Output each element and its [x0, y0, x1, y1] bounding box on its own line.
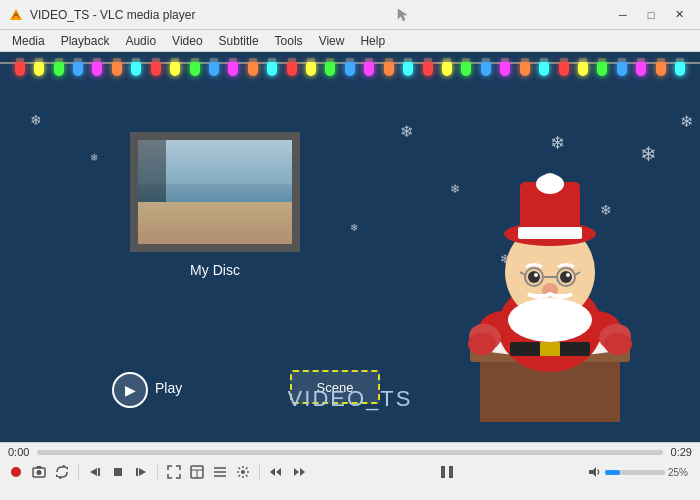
light-bulb: [442, 58, 452, 76]
window-title: VIDEO_TS - VLC media player: [30, 8, 195, 22]
play-pause-button[interactable]: [435, 460, 459, 484]
svg-marker-50: [270, 468, 275, 476]
light-bulb: [656, 58, 666, 76]
prev-button[interactable]: [85, 462, 105, 482]
light-bulb: [384, 58, 394, 76]
effects-button[interactable]: [233, 462, 253, 482]
volume-icon: [588, 465, 602, 479]
light-bulb: [481, 58, 491, 76]
progress-track[interactable]: [37, 450, 662, 455]
minimize-button[interactable]: ─: [610, 4, 636, 26]
light-bulb: [597, 58, 607, 76]
volume-slider[interactable]: [605, 470, 665, 475]
menu-item-tools[interactable]: Tools: [267, 32, 311, 50]
light-bulb: [73, 58, 83, 76]
menu-item-audio[interactable]: Audio: [117, 32, 164, 50]
snowflake: ❄: [640, 142, 657, 166]
light-bulb: [539, 58, 549, 76]
separator3: [259, 465, 260, 479]
menu-item-view[interactable]: View: [311, 32, 353, 50]
snowflake: ❄: [550, 132, 565, 154]
light-bulb: [559, 58, 569, 76]
light-bulb: [209, 58, 219, 76]
snowflake: ❄: [350, 222, 358, 233]
svg-marker-3: [398, 9, 407, 21]
separator2: [157, 465, 158, 479]
light-bulb: [248, 58, 258, 76]
snapshot-button[interactable]: [29, 462, 49, 482]
light-bulb: [461, 58, 471, 76]
extended-button[interactable]: [187, 462, 207, 482]
light-bulb: [520, 58, 530, 76]
volume-percent: 25%: [668, 467, 688, 478]
light-bulb: [423, 58, 433, 76]
stop-button[interactable]: [108, 462, 128, 482]
titlebar-controls: ─ □ ✕: [610, 4, 692, 26]
loop-button[interactable]: [52, 462, 72, 482]
light-bulb: [151, 58, 161, 76]
buttons-row: 25%: [0, 461, 700, 483]
fullscreen-button[interactable]: [164, 462, 184, 482]
light-bulb: [325, 58, 335, 76]
svg-marker-41: [139, 468, 146, 476]
menu-item-playback[interactable]: Playback: [53, 32, 118, 50]
light-bulb: [345, 58, 355, 76]
light-bulb: [287, 58, 297, 76]
separator: [78, 465, 79, 479]
light-bulb: [364, 58, 374, 76]
menubar: MediaPlaybackAudioVideoSubtitleToolsView…: [0, 30, 700, 52]
record-button[interactable]: [6, 462, 26, 482]
time-total: 0:29: [671, 446, 692, 458]
svg-rect-42: [136, 468, 138, 476]
video-area: ❄❄❄❄❄❄❄❄❄❄ My Disc ▶ Play Scene VIDEO_TS: [0, 52, 700, 442]
menu-item-subtitle[interactable]: Subtitle: [211, 32, 267, 50]
light-bulb: [617, 58, 627, 76]
menu-item-video[interactable]: Video: [164, 32, 210, 50]
svg-rect-21: [518, 227, 582, 239]
disc-thumbnail: [130, 132, 300, 252]
svg-marker-53: [294, 468, 299, 476]
svg-marker-51: [276, 468, 281, 476]
svg-point-35: [37, 470, 42, 475]
svg-rect-39: [98, 468, 100, 476]
controls-bar: 0:00 0:29: [0, 442, 700, 500]
volume-fill: [605, 470, 620, 475]
progress-row: 0:00 0:29: [0, 443, 700, 461]
santa-claus: [460, 172, 640, 422]
svg-point-20: [541, 173, 559, 191]
light-bulb: [15, 58, 25, 76]
light-bulb: [306, 58, 316, 76]
skip-back-button[interactable]: [266, 462, 286, 482]
svg-marker-56: [589, 467, 596, 477]
playlist-button[interactable]: [210, 462, 230, 482]
light-bulb: [54, 58, 64, 76]
disc-label: My Disc: [130, 262, 300, 278]
menu-item-help[interactable]: Help: [352, 32, 393, 50]
svg-marker-38: [90, 468, 97, 476]
light-bulb: [34, 58, 44, 76]
lights-container: [0, 52, 700, 76]
svg-rect-40: [114, 468, 122, 476]
svg-marker-52: [300, 468, 305, 476]
svg-point-25: [566, 273, 570, 277]
svg-point-49: [241, 470, 245, 474]
svg-point-23: [560, 271, 572, 283]
maximize-button[interactable]: □: [638, 4, 664, 26]
light-bulb: [636, 58, 646, 76]
snowflake: ❄: [450, 182, 460, 196]
vlc-icon: [8, 7, 24, 23]
svg-point-32: [508, 298, 592, 342]
skip-fwd-button[interactable]: [289, 462, 309, 482]
svg-point-33: [11, 467, 21, 477]
svg-point-22: [528, 271, 540, 283]
snowflake: ❄: [680, 112, 693, 131]
svg-point-24: [534, 273, 538, 277]
menu-item-media[interactable]: Media: [4, 32, 53, 50]
titlebar-left: VIDEO_TS - VLC media player: [8, 7, 195, 23]
light-bulb: [112, 58, 122, 76]
light-bulb: [92, 58, 102, 76]
close-button[interactable]: ✕: [666, 4, 692, 26]
snowflake: ❄: [90, 152, 98, 163]
next-button[interactable]: [131, 462, 151, 482]
time-current: 0:00: [8, 446, 29, 458]
